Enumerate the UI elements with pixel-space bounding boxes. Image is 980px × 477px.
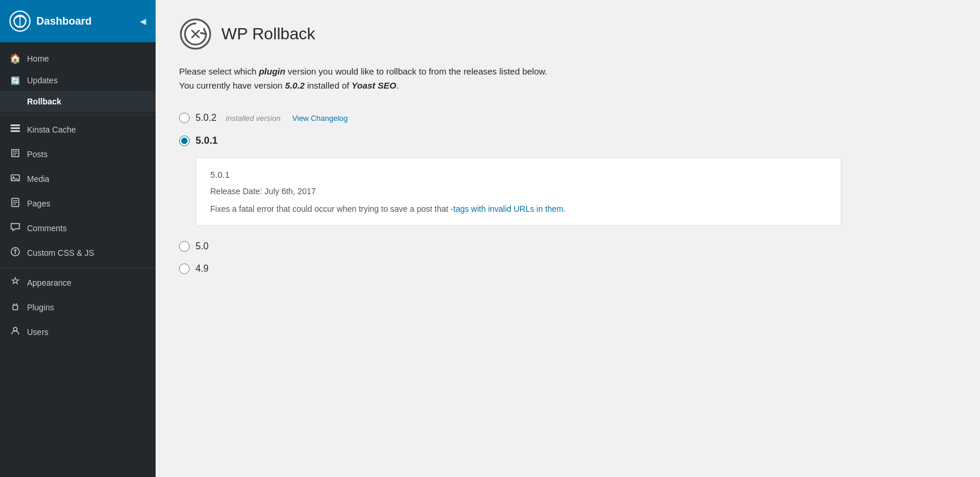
sidebar-header[interactable]: Dashboard ◀ — [0, 0, 156, 42]
version-option-502[interactable]: 5.0.2 installed version View Changelog — [179, 107, 957, 129]
sidebar-item-users[interactable]: Users — [0, 320, 156, 344]
version-label-502: 5.0.2 — [196, 113, 217, 123]
users-icon — [9, 326, 21, 339]
sidebar-item-label-posts: Posts — [27, 150, 48, 159]
detail-release-date: Release Date: July 6th, 2017 — [210, 187, 827, 196]
sidebar-item-label-appearance: Appearance — [27, 278, 72, 287]
desc-version-bold: 5.0.2 — [285, 80, 304, 90]
page-header: WP Rollback — [179, 18, 957, 50]
wp-rollback-logo-icon — [179, 18, 212, 50]
main-content: WP Rollback Please select which plugin v… — [156, 0, 980, 477]
sidebar-item-home[interactable]: 🏠 Home — [0, 47, 156, 70]
sidebar-item-kinsta-cache[interactable]: Kinsta Cache — [0, 117, 156, 142]
sidebar-item-label-kinsta: Kinsta Cache — [27, 125, 76, 134]
svg-rect-5 — [11, 130, 20, 132]
desc-plugin-bold: plugin — [259, 66, 285, 76]
sidebar-item-label-comments: Comments — [27, 224, 67, 233]
sidebar-item-label-media: Media — [27, 174, 49, 184]
sidebar-item-appearance[interactable]: Appearance — [0, 270, 156, 295]
sidebar-nav: 🏠 Home 🔄 Updates Rollback Kinsta Cache P… — [0, 42, 156, 349]
media-icon — [9, 172, 21, 185]
desc-line2-part3: . — [396, 80, 399, 90]
sidebar-item-media[interactable]: Media — [0, 167, 156, 191]
sidebar-item-plugins[interactable]: Plugins — [0, 295, 156, 320]
sidebar-collapse-icon[interactable]: ◀ — [140, 16, 146, 26]
sidebar-item-rollback[interactable]: Rollback — [0, 91, 156, 112]
version-option-501[interactable]: 5.0.1 — [179, 129, 957, 153]
sidebar-item-updates[interactable]: 🔄 Updates — [0, 70, 156, 91]
desc-part1: Please select which — [179, 66, 259, 76]
detail-version-num: 5.0.1 — [210, 170, 827, 180]
version-radio-50[interactable] — [179, 241, 190, 252]
comments-icon — [9, 222, 21, 235]
appearance-icon — [9, 276, 21, 289]
posts-icon — [9, 148, 21, 161]
installed-badge-502: installed version — [226, 114, 281, 123]
fix-text-pre: Fixes a fatal error that could occur whe… — [210, 204, 450, 214]
sidebar-item-label-home: Home — [27, 54, 49, 63]
sidebar-item-label-custom-css-js: Custom CSS & JS — [27, 248, 94, 258]
svg-point-22 — [14, 327, 17, 331]
version-option-49[interactable]: 4.9 — [179, 258, 957, 280]
sidebar-divider-1 — [0, 114, 156, 115]
sidebar-item-label-updates: Updates — [27, 76, 58, 85]
desc-line2-part2: installed of — [305, 80, 352, 90]
desc-line2-part1: You currently have version — [179, 80, 285, 90]
version-detail-box-501: 5.0.1 Release Date: July 6th, 2017 Fixes… — [196, 157, 841, 226]
desc-plugin-name-bold: Yoast SEO — [352, 80, 396, 90]
sidebar-item-posts[interactable]: Posts — [0, 142, 156, 167]
version-label-50: 5.0 — [196, 241, 208, 252]
sidebar-item-pages[interactable]: Pages — [0, 191, 156, 216]
version-radio-49[interactable] — [179, 263, 190, 274]
sidebar-item-label-users: Users — [27, 327, 49, 337]
version-option-50[interactable]: 5.0 — [179, 235, 957, 258]
svg-rect-3 — [11, 124, 20, 126]
page-title: WP Rollback — [221, 25, 315, 43]
version-radio-501[interactable] — [179, 136, 190, 146]
detail-fix-text: Fixes a fatal error that could occur whe… — [210, 204, 827, 214]
version-label-501: 5.0.1 — [196, 135, 218, 147]
sidebar-item-comments[interactable]: Comments — [0, 216, 156, 241]
description: Please select which plugin version you w… — [179, 65, 957, 93]
plugins-icon — [9, 301, 21, 314]
updates-icon: 🔄 — [9, 76, 21, 85]
dashboard-title: Dashboard — [36, 15, 92, 28]
sidebar-divider-2 — [0, 268, 156, 268]
fix-link[interactable]: -tags with invalid URLs in them. — [450, 204, 565, 214]
view-changelog-link-502[interactable]: View Changelog — [292, 114, 348, 123]
sidebar: Dashboard ◀ 🏠 Home 🔄 Updates Rollback Ki… — [0, 0, 156, 477]
version-label-49: 4.9 — [196, 263, 208, 274]
sidebar-item-label-plugins: Plugins — [27, 303, 54, 312]
sidebar-item-label-rollback: Rollback — [27, 97, 61, 106]
custom-css-js-icon — [9, 246, 21, 259]
kinsta-cache-icon — [9, 123, 21, 136]
sidebar-item-label-pages: Pages — [27, 199, 50, 208]
version-radio-502[interactable] — [179, 113, 190, 123]
home-icon: 🏠 — [9, 53, 21, 64]
svg-rect-4 — [11, 127, 20, 129]
svg-rect-19 — [13, 305, 18, 310]
pages-icon — [9, 197, 21, 210]
desc-part2: version you would like to rollback to fr… — [285, 66, 547, 76]
wordpress-logo-icon — [9, 11, 31, 32]
sidebar-item-custom-css-js[interactable]: Custom CSS & JS — [0, 241, 156, 265]
